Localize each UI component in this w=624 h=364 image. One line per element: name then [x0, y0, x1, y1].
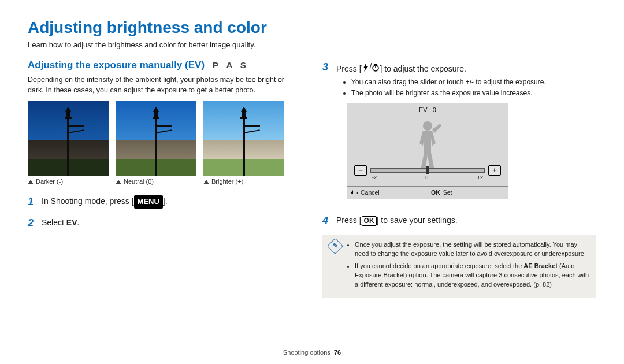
- note-item: Once you adjust the exposure, the settin…: [355, 240, 589, 259]
- step-3-bullets: You can also drag the slider or touch +/…: [336, 77, 546, 99]
- example-image: [28, 101, 109, 176]
- svg-rect-1: [374, 64, 377, 65]
- manual-page: Adjusting brightness and color Learn how…: [0, 0, 624, 364]
- page-footer: Shooting options 76: [0, 349, 624, 356]
- exposure-examples: Darker (-) Neutral (0): [28, 101, 302, 185]
- step-1: 1 In Shooting mode, press [MENU].: [28, 194, 302, 210]
- note-list: Once you adjust the exposure, the settin…: [347, 240, 589, 292]
- two-column-layout: Adjusting the exposure manually (EV) P A…: [28, 60, 596, 298]
- example-darker: Darker (-): [28, 101, 109, 185]
- example-caption: Neutral (0): [116, 178, 196, 185]
- ev-label: EV : 0: [347, 103, 508, 117]
- example-caption: Darker (-): [28, 178, 109, 185]
- ev-plus-button[interactable]: +: [488, 165, 501, 176]
- svg-point-3: [423, 121, 432, 131]
- ev-minus-button[interactable]: −: [354, 165, 367, 176]
- step-2: 2 Select EV.: [28, 216, 302, 231]
- note-item: If you cannot decide on an appropriate e…: [355, 262, 589, 289]
- triangle-icon: [203, 180, 209, 184]
- nav-icons: /: [362, 61, 380, 73]
- triangle-icon: [116, 180, 121, 184]
- example-neutral: Neutral (0): [116, 101, 196, 185]
- example-brighter: Brighter (+): [203, 101, 284, 185]
- info-icon: ✎: [327, 238, 343, 254]
- page-title: Adjusting brightness and color: [28, 18, 596, 37]
- ev-track[interactable]: -2 0 +2: [370, 168, 485, 173]
- section-description: Depending on the intensity of the ambien…: [28, 75, 302, 95]
- mode-indicators: P A S: [213, 60, 249, 70]
- timer-icon: [372, 63, 380, 71]
- ok-button-label: OK: [362, 216, 377, 225]
- menu-button-label: MENU: [134, 195, 163, 209]
- right-column: 3 Press [ / ] to adjust the exposure. Yo…: [322, 60, 596, 298]
- step-4: 4 Press [OK] to save your settings.: [322, 213, 596, 229]
- ev-knob[interactable]: [426, 166, 429, 174]
- section-header: Adjusting the exposure manually (EV) P A…: [28, 60, 302, 71]
- ev-screen-illustration: EV : 0 −: [347, 103, 508, 199]
- ev-cancel[interactable]: Cancel: [347, 187, 428, 199]
- section-title: Adjusting the exposure manually (EV): [28, 60, 205, 71]
- ev-slider: − -2 0 +2 +: [354, 165, 501, 176]
- steps-left: 1 In Shooting mode, press [MENU]. 2 Sele…: [28, 194, 302, 231]
- left-column: Adjusting the exposure manually (EV) P A…: [28, 60, 302, 298]
- example-caption: Brighter (+): [203, 178, 284, 185]
- step-3: 3 Press [ / ] to adjust the exposure. Yo…: [322, 60, 596, 207]
- triangle-icon: [28, 180, 34, 184]
- ev-set[interactable]: OK Set: [428, 187, 508, 199]
- flash-icon: [362, 63, 370, 71]
- example-image: [203, 101, 284, 176]
- page-intro: Learn how to adjust the brightness and c…: [28, 40, 596, 49]
- example-image: [116, 101, 196, 176]
- person-silhouette-icon: [407, 119, 448, 172]
- back-icon: [351, 190, 358, 195]
- note-box: ✎ Once you adjust the exposure, the sett…: [322, 235, 596, 298]
